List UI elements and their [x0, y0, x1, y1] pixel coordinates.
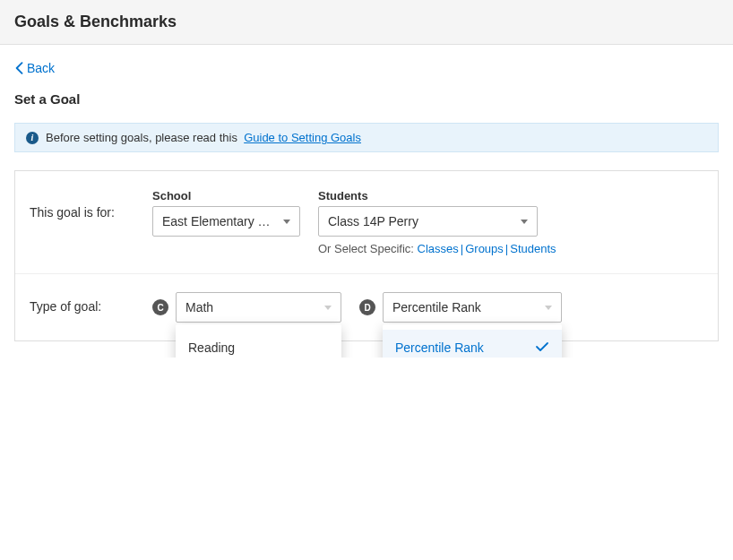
students-label: Students	[318, 189, 556, 202]
subject-option-reading[interactable]: Reading	[176, 330, 341, 358]
subject-column: C Math Reading Reading Spanish	[152, 292, 341, 323]
check-icon	[535, 340, 549, 356]
back-link[interactable]: Back	[14, 61, 55, 75]
select-specific-prefix: Or Select Specific:	[318, 242, 414, 255]
students-field: Students Class 14P Perry Or Select Speci…	[318, 189, 556, 255]
caret-down-icon	[324, 306, 332, 310]
info-banner: i Before setting goals, please read this…	[14, 123, 719, 152]
metric-column: D Percentile Rank Percentile Rank	[359, 292, 562, 323]
subject-value: Math	[185, 300, 213, 314]
students-select[interactable]: Class 14P Perry	[318, 206, 538, 237]
caret-down-icon	[545, 306, 552, 310]
students-value: Class 14P Perry	[328, 214, 418, 228]
page-header: Goals & Benchmarks	[0, 0, 733, 45]
guide-link[interactable]: Guide to Setting Goals	[244, 131, 361, 144]
school-select[interactable]: East Elementary Sch…	[152, 206, 300, 237]
classes-link[interactable]: Classes	[418, 242, 459, 255]
content-area: Back Set a Goal i Before setting goals, …	[0, 45, 733, 358]
goal-type-label: Type of goal:	[22, 292, 152, 314]
metric-select[interactable]: Percentile Rank	[383, 292, 562, 323]
back-label: Back	[27, 61, 55, 75]
subject-select[interactable]: Math	[176, 292, 341, 323]
goal-for-label: This goal is for:	[22, 189, 152, 220]
badge-c: C	[152, 299, 168, 315]
goal-panel: This goal is for: School East Elementary…	[14, 170, 719, 341]
school-value: East Elementary Sch…	[162, 214, 276, 228]
metric-option-percentile[interactable]: Percentile Rank	[383, 330, 562, 358]
school-label: School	[152, 189, 300, 202]
chevron-left-icon	[14, 62, 23, 74]
info-text: Before setting goals, please read this	[46, 131, 237, 144]
info-icon: i	[26, 132, 39, 144]
subject-dropdown: Reading Reading Spanish Math	[176, 324, 341, 358]
goal-type-row: Learn Type of goal: C Math Reading	[15, 274, 718, 340]
metric-value: Percentile Rank	[392, 300, 481, 314]
caret-down-icon	[521, 220, 528, 224]
caret-down-icon	[283, 220, 290, 224]
badge-d: D	[359, 299, 375, 315]
page-title: Goals & Benchmarks	[14, 13, 719, 31]
school-field: School East Elementary Sch…	[152, 189, 300, 237]
section-title: Set a Goal	[14, 91, 719, 107]
groups-link[interactable]: Groups	[465, 242, 504, 255]
metric-dropdown: Percentile Rank Scaled Score Enterprise …	[383, 324, 562, 358]
select-specific-links: Or Select Specific: Classes|Groups|Stude…	[318, 242, 556, 255]
students-link[interactable]: Students	[510, 242, 556, 255]
goal-for-row: This goal is for: School East Elementary…	[15, 171, 718, 274]
